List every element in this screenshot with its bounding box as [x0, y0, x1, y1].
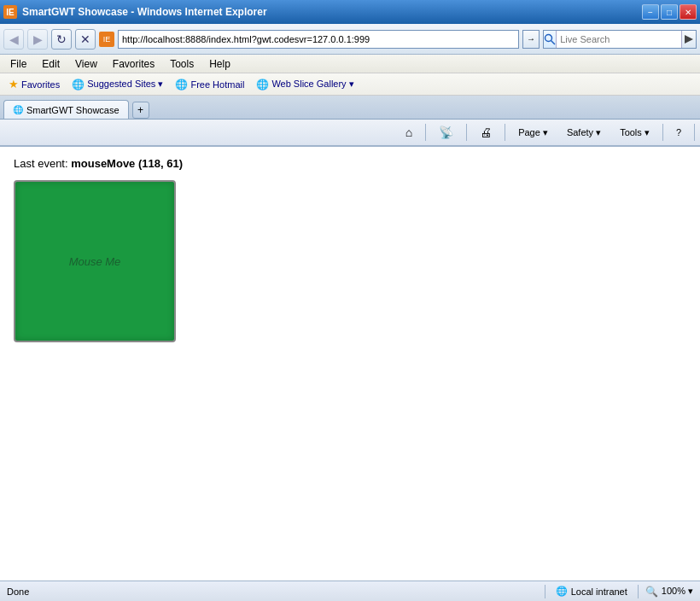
zone-label: Local intranet [571, 586, 627, 597]
tools-button[interactable]: Tools ▾ [612, 124, 657, 142]
toolbar-separator-2 [466, 124, 467, 141]
ie-icon: IE [3, 5, 17, 19]
live-search-icon [544, 31, 557, 48]
title-bar-left: IE SmartGWT Showcase - Windows Internet … [3, 5, 267, 19]
tools-label: Tools ▾ [620, 127, 650, 138]
toolbar-separator-4 [662, 124, 663, 141]
star-icon: ★ [9, 78, 19, 90]
favorites-bar: ★ Favorites 🌐 Suggested Sites ▾ 🌐 Free H… [0, 73, 700, 96]
address-input[interactable] [118, 30, 519, 49]
last-event-prefix: Last event: [14, 157, 71, 170]
free-hotmail-label: Free Hotmail [190, 79, 244, 90]
menu-view[interactable]: View [68, 56, 104, 72]
stop-button[interactable]: ✕ [75, 29, 96, 50]
content-area: Last event: mouseMove (118, 61) Mouse Me [0, 147, 700, 581]
tab-icon: 🌐 [13, 105, 23, 114]
svg-point-0 [545, 34, 552, 41]
close-button[interactable]: ✕ [680, 4, 697, 20]
toolbar-separator-5 [694, 124, 695, 141]
search-button[interactable] [681, 31, 696, 48]
toolbar-separator [425, 124, 426, 141]
home-icon: ⌂ [405, 125, 412, 139]
page-label: Page ▾ [518, 127, 548, 138]
page-button[interactable]: Page ▾ [510, 124, 556, 142]
window-controls: − □ ✕ [642, 4, 697, 20]
hotmail-icon: 🌐 [175, 79, 188, 90]
last-event-value: mouseMove (118, 61) [71, 157, 183, 170]
status-text: Done [0, 586, 545, 597]
menu-favorites[interactable]: Favorites [106, 56, 161, 72]
mouse-me-label: Mouse Me [69, 255, 121, 268]
feed-button[interactable]: 📡 [431, 122, 461, 143]
window-title: SmartGWT Showcase - Windows Internet Exp… [22, 6, 267, 18]
web-slice-gallery-button[interactable]: 🌐 Web Slice Gallery ▾ [253, 77, 357, 92]
toolbar-separator-3 [505, 124, 505, 141]
suggested-sites-label: Suggested Sites ▾ [87, 79, 163, 90]
back-button[interactable]: ◀ [3, 29, 24, 50]
suggested-sites-icon: 🌐 [72, 79, 85, 90]
search-input[interactable] [557, 34, 681, 44]
title-bar: IE SmartGWT Showcase - Windows Internet … [0, 0, 700, 24]
zone-icon: 🌐 [556, 586, 568, 597]
menu-help[interactable]: Help [202, 56, 237, 72]
safety-label: Safety ▾ [567, 127, 601, 138]
status-bar: Done 🌐 Local intranet 🔍 100% ▾ [0, 581, 700, 601]
web-slice-gallery-label: Web Slice Gallery ▾ [271, 79, 353, 90]
tab-bar: 🌐 SmartGWT Showcase + [0, 96, 700, 120]
address-bar-wrapper: IE → [99, 30, 540, 49]
menu-edit[interactable]: Edit [35, 56, 67, 72]
help-label: ? [676, 127, 681, 137]
favorites-label: Favorites [21, 79, 60, 90]
forward-button[interactable]: ▶ [27, 29, 48, 50]
address-favicon: IE [99, 32, 114, 47]
maximize-button[interactable]: □ [661, 4, 678, 20]
mouse-me-box[interactable]: Mouse Me [14, 180, 176, 342]
status-zoom[interactable]: 🔍 100% ▾ [639, 586, 700, 598]
address-go-button[interactable]: → [522, 30, 540, 49]
feed-icon: 📡 [439, 125, 453, 139]
web-slice-icon: 🌐 [256, 79, 269, 90]
new-tab-button[interactable]: + [132, 102, 149, 119]
free-hotmail-button[interactable]: 🌐 Free Hotmail [172, 77, 248, 92]
svg-marker-2 [685, 35, 693, 44]
menu-tools[interactable]: Tools [163, 56, 201, 72]
zoom-icon: 🔍 [645, 586, 658, 598]
active-tab[interactable]: 🌐 SmartGWT Showcase [3, 100, 129, 119]
safety-button[interactable]: Safety ▾ [559, 124, 609, 142]
search-bar [543, 30, 697, 49]
minimize-button[interactable]: − [642, 4, 659, 20]
last-event-display: Last event: mouseMove (118, 61) [14, 157, 686, 170]
menu-file[interactable]: File [3, 56, 33, 72]
print-button[interactable]: 🖨 [472, 122, 499, 143]
refresh-button[interactable]: ↻ [51, 29, 72, 50]
suggested-sites-button[interactable]: 🌐 Suggested Sites ▾ [68, 77, 166, 92]
help-button[interactable]: ? [668, 124, 689, 141]
home-button[interactable]: ⌂ [398, 122, 420, 143]
zoom-label: 100% ▾ [662, 586, 693, 597]
menu-bar: File Edit View Favorites Tools Help [0, 55, 700, 73]
favorites-button[interactable]: ★ Favorites [5, 76, 63, 92]
tab-label: SmartGWT Showcase [26, 105, 120, 115]
nav-bar: ◀ ▶ ↻ ✕ IE → [0, 24, 700, 55]
print-icon: 🖨 [480, 125, 492, 139]
status-zone: 🌐 Local intranet [545, 586, 638, 597]
toolbar-row: ⌂ 📡 🖨 Page ▾ Safety ▾ Tools ▾ ? [0, 120, 700, 147]
svg-line-1 [551, 40, 556, 44]
